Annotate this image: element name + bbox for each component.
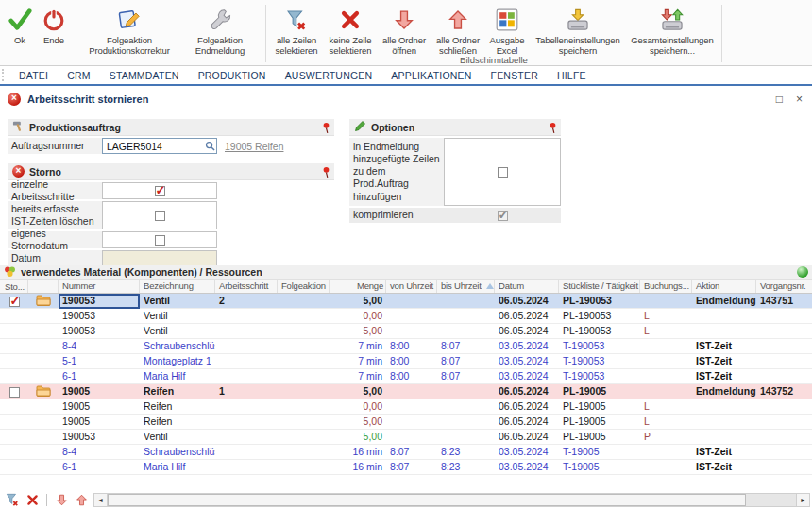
- open-all-folders-button[interactable]: [54, 492, 69, 507]
- cell-stueckliste[interactable]: T-190053: [559, 369, 640, 384]
- cell-vorgangsnr[interactable]: [756, 339, 812, 354]
- cell-stueckliste[interactable]: PL-19005: [559, 400, 640, 415]
- ende-button[interactable]: Ende: [36, 4, 72, 47]
- cell-bis-uhrzeit[interactable]: 8:23: [437, 445, 495, 460]
- column-header-arbeitsschritt[interactable]: Arbeitsschritt: [215, 280, 278, 293]
- column-header-von-uhrzeit[interactable]: von Uhrzeit: [386, 280, 437, 293]
- cell-buchungs[interactable]: L: [640, 400, 692, 415]
- pin-icon[interactable]: [549, 122, 557, 136]
- cell-menge[interactable]: 7 min: [330, 354, 386, 369]
- cell-folgeaktion[interactable]: [278, 339, 330, 354]
- cell-folgeaktion[interactable]: [278, 324, 330, 339]
- table-row[interactable]: 8-4 Schraubenschlüss... 7 min 8:00 8:07 …: [0, 339, 812, 354]
- cell-menge[interactable]: 5,00: [330, 294, 386, 309]
- cell-stueckliste[interactable]: PL-190053: [559, 324, 640, 339]
- cell-icon[interactable]: [28, 294, 59, 309]
- table-row[interactable]: 19005 Reifen 0,00 06.05.2024 PL-19005 L: [0, 400, 812, 415]
- cell-menge[interactable]: 7 min: [330, 369, 386, 384]
- row-checkbox[interactable]: [9, 387, 20, 398]
- close-button[interactable]: ×: [796, 93, 803, 106]
- cell-arbeitsschritt[interactable]: [215, 354, 278, 369]
- cell-nummer[interactable]: 19005: [59, 400, 140, 415]
- cell-menge[interactable]: 5,00: [330, 324, 386, 339]
- cell-nummer[interactable]: 190053: [59, 294, 140, 309]
- cell-arbeitsschritt[interactable]: [215, 324, 278, 339]
- ok-button[interactable]: Ok: [4, 4, 36, 47]
- menu-item-fenster[interactable]: FENSTER: [482, 70, 548, 81]
- cell-stueckliste[interactable]: PL-19005: [559, 384, 640, 400]
- cell-menge[interactable]: 5,00: [330, 415, 386, 430]
- cell-menge[interactable]: 16 min: [330, 460, 386, 475]
- cell-datum[interactable]: 03.05.2024: [495, 369, 559, 384]
- cell-buchungs[interactable]: [640, 445, 692, 460]
- cell-datum[interactable]: 03.05.2024: [495, 354, 559, 369]
- cell-arbeitsschritt[interactable]: [215, 369, 278, 384]
- cell-arbeitsschritt[interactable]: [215, 460, 278, 475]
- alle-ordner-oeffnen-button[interactable]: alle Ordner öffnen: [378, 4, 431, 59]
- select-all-rows-button[interactable]: [5, 492, 20, 507]
- cell-arbeitsschritt[interactable]: [215, 415, 278, 430]
- cell-von-uhrzeit[interactable]: [386, 324, 437, 339]
- auftragsnummer-input[interactable]: [102, 138, 217, 154]
- cell-icon[interactable]: [28, 445, 59, 460]
- menu-item-auswertungen[interactable]: AUSWERTUNGEN: [276, 70, 382, 81]
- cell-buchungs[interactable]: L: [640, 415, 692, 430]
- datum-field[interactable]: [102, 250, 217, 266]
- cell-icon[interactable]: [28, 430, 59, 445]
- cell-nummer[interactable]: 8-4: [59, 339, 140, 354]
- cell-nummer[interactable]: 6-1: [59, 460, 140, 475]
- cell-folgeaktion[interactable]: [278, 294, 330, 309]
- pin-icon[interactable]: [322, 166, 330, 180]
- cell-bis-uhrzeit[interactable]: [437, 384, 495, 400]
- cell-stueckliste[interactable]: PL-19005: [559, 430, 640, 445]
- scrollbar-thumb[interactable]: [108, 494, 746, 506]
- column-header-buchungs[interactable]: Buchungs...: [640, 280, 692, 293]
- tabelleneinstellungen-speichern-button[interactable]: Tabelleneinstellungen speichern: [529, 4, 627, 59]
- cell-von-uhrzeit[interactable]: 8:00: [386, 369, 437, 384]
- menu-item-stammdaten[interactable]: STAMMDATEN: [100, 70, 189, 81]
- cell-storno[interactable]: [0, 324, 28, 339]
- cell-vorgangsnr[interactable]: [756, 460, 812, 475]
- cell-stueckliste[interactable]: T-190053: [559, 339, 640, 354]
- cell-nummer[interactable]: 190053: [59, 309, 140, 324]
- cell-von-uhrzeit[interactable]: [386, 384, 437, 400]
- cell-menge[interactable]: 5,00: [330, 384, 386, 400]
- cell-vorgangsnr[interactable]: 143752: [756, 384, 812, 400]
- ist-zeiten-loeschen-checkbox[interactable]: [155, 211, 165, 221]
- menu-item-hilfe[interactable]: HILFE: [548, 70, 596, 81]
- cell-datum[interactable]: 03.05.2024: [495, 445, 559, 460]
- cell-storno[interactable]: [0, 369, 28, 384]
- cell-bis-uhrzeit[interactable]: 8:07: [437, 354, 495, 369]
- cell-vorgangsnr[interactable]: [756, 369, 812, 384]
- cell-datum[interactable]: 06.05.2024: [495, 400, 559, 415]
- cell-folgeaktion[interactable]: [278, 384, 330, 400]
- column-header-aktion[interactable]: Aktion: [692, 280, 756, 293]
- maximize-button[interactable]: □: [776, 93, 783, 106]
- cell-von-uhrzeit[interactable]: 8:07: [386, 445, 437, 460]
- deselect-all-rows-button[interactable]: [25, 492, 40, 507]
- einzelne-arbeitsschritte-checkbox[interactable]: [155, 186, 165, 196]
- table-row[interactable]: 190053 Ventil 0,00 06.05.2024 PL-190053 …: [0, 309, 812, 324]
- cell-vorgangsnr[interactable]: 143751: [756, 294, 812, 309]
- cell-buchungs[interactable]: [640, 354, 692, 369]
- table-row[interactable]: 190053 Ventil 5,00 06.05.2024 PL-190053 …: [0, 324, 812, 339]
- cell-buchungs[interactable]: [640, 294, 692, 309]
- cell-bis-uhrzeit[interactable]: [437, 415, 495, 430]
- cell-bis-uhrzeit[interactable]: 8:07: [437, 339, 495, 354]
- cell-nummer[interactable]: 8-4: [59, 445, 140, 460]
- menu-item-applikationen[interactable]: APPLIKATIONEN: [381, 70, 481, 81]
- cell-folgeaktion[interactable]: [278, 430, 330, 445]
- cell-icon[interactable]: [28, 415, 59, 430]
- alle-zeilen-selektieren-button[interactable]: alle Zeilen selektieren: [270, 4, 323, 59]
- cell-storno[interactable]: [0, 430, 28, 445]
- cell-stueckliste[interactable]: T-19005: [559, 460, 640, 475]
- cell-menge[interactable]: 0,00: [330, 400, 386, 415]
- cell-bis-uhrzeit[interactable]: [437, 324, 495, 339]
- cell-bezeichnung[interactable]: Maria Hilf: [140, 369, 215, 384]
- scrollbar-track[interactable]: [746, 494, 796, 506]
- cell-stueckliste[interactable]: PL-190053: [559, 309, 640, 324]
- cell-datum[interactable]: 06.05.2024: [495, 324, 559, 339]
- column-header-nummer[interactable]: Nummer: [59, 280, 140, 293]
- cell-storno[interactable]: [0, 400, 28, 415]
- column-header-bis-uhrzeit[interactable]: bis Uhrzeit: [437, 280, 495, 293]
